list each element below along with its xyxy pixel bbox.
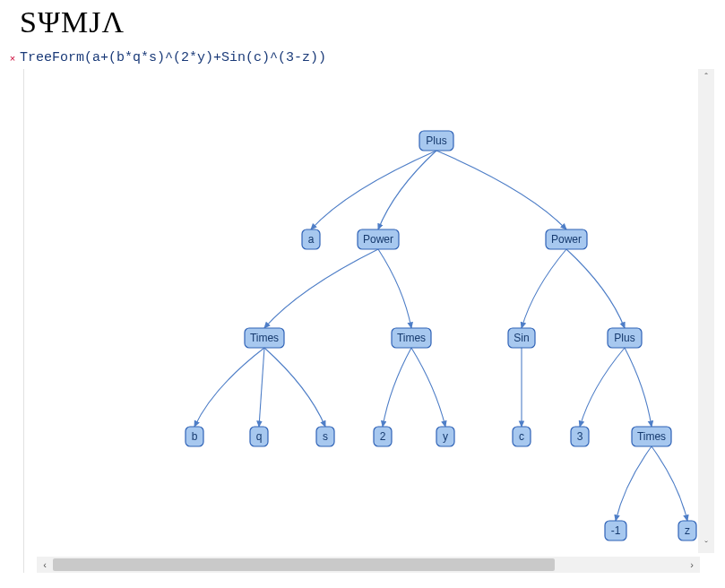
tree-node[interactable]: Times xyxy=(392,328,431,348)
tree-edge xyxy=(436,151,566,229)
tree-node-label: q xyxy=(256,430,263,443)
tree-node-label: c xyxy=(519,430,524,443)
tree-node[interactable]: Times xyxy=(632,427,671,446)
tree-edge xyxy=(580,348,625,427)
query-expression: TreeForm(a+(b*q*s)^(2*y)+Sin(c)^(3-z)) xyxy=(20,50,326,65)
scroll-right-icon[interactable]: › xyxy=(684,557,700,573)
tree-edge xyxy=(625,348,652,427)
output-canvas: PlusaPowerPowerTimesTimesSinPlusbqs2yc3T… xyxy=(23,69,714,573)
scroll-down-icon[interactable]: ˇ xyxy=(698,537,714,553)
tree-node-label: Plus xyxy=(614,332,634,344)
tree-node-label: Power xyxy=(363,233,393,246)
tree-edge xyxy=(264,249,378,328)
scroll-left-icon[interactable]: ‹ xyxy=(37,557,53,573)
tree-node[interactable]: Plus xyxy=(419,131,453,151)
tree-edge xyxy=(411,348,445,427)
tree-node[interactable]: Power xyxy=(546,229,587,249)
tree-edge xyxy=(378,249,411,328)
tree-edge xyxy=(378,151,436,229)
tree-node[interactable]: a xyxy=(302,229,320,249)
horizontal-scrollbar[interactable]: ‹ › xyxy=(37,557,700,573)
tree-node-label: Sin xyxy=(514,332,529,344)
tree-edge xyxy=(522,249,566,328)
tree-node-label: Power xyxy=(551,233,582,246)
tree-node[interactable]: b xyxy=(186,427,203,446)
tree-edge xyxy=(652,446,687,521)
tree-node[interactable]: Plus xyxy=(608,328,642,348)
tree-node[interactable]: Power xyxy=(358,229,399,249)
tree-node-label: b xyxy=(192,430,198,443)
tree-edge xyxy=(383,348,411,427)
tree-node[interactable]: 3 xyxy=(571,427,589,446)
tree-node[interactable]: Sin xyxy=(508,328,535,348)
tree-diagram: PlusaPowerPowerTimesTimesSinPlusbqs2yc3T… xyxy=(24,69,698,553)
query-row: × TreeForm(a+(b*q*s)^(2*y)+Sin(c)^(3-z)) xyxy=(0,39,725,65)
tree-edge xyxy=(566,249,625,328)
tree-edge xyxy=(264,348,325,427)
tree-node[interactable]: -1 xyxy=(605,521,626,540)
tree-node-label: z xyxy=(685,524,690,537)
tree-node[interactable]: z xyxy=(678,521,696,540)
tree-node[interactable]: s xyxy=(316,427,334,446)
tree-node-label: y xyxy=(443,430,448,443)
tree-node-label: 2 xyxy=(380,430,386,443)
tree-node[interactable]: q xyxy=(250,427,268,446)
tree-node-label: 3 xyxy=(577,430,583,443)
tree-node-label: Plus xyxy=(426,134,446,147)
tree-edge xyxy=(194,348,264,427)
tree-node-label: -1 xyxy=(611,524,621,537)
tree-node-label: Times xyxy=(250,332,279,344)
app-logo: SΨMJΛ xyxy=(0,0,725,39)
tree-node-label: s xyxy=(323,430,328,443)
tree-edge xyxy=(616,446,652,521)
tree-node-label: Times xyxy=(637,430,666,443)
scroll-thumb[interactable] xyxy=(53,558,555,571)
tree-node[interactable]: 2 xyxy=(374,427,392,446)
close-icon[interactable]: × xyxy=(5,50,20,64)
tree-edge xyxy=(311,151,436,229)
tree-node[interactable]: Times xyxy=(245,328,284,348)
tree-node[interactable]: y xyxy=(436,427,454,446)
vertical-scrollbar[interactable]: ˆ ˇ xyxy=(698,69,714,553)
tree-edge xyxy=(259,348,264,427)
tree-node-label: Times xyxy=(397,332,426,344)
tree-node[interactable]: c xyxy=(513,427,531,446)
scroll-up-icon[interactable]: ˆ xyxy=(698,69,714,85)
tree-node-label: a xyxy=(308,233,315,246)
